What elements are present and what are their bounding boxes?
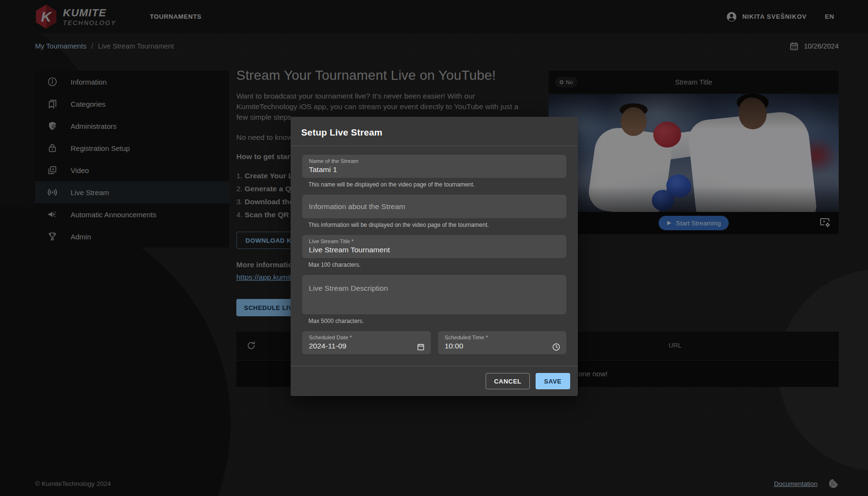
app-screen: K KUMITE TECHNOLOGY TOURNAMENTS NIKITA S… (0, 0, 868, 496)
stream-name-field[interactable]: Name of the Stream (302, 155, 566, 178)
scheduled-date-field[interactable]: Scheduled Date * (302, 331, 431, 354)
stream-name-input[interactable] (309, 164, 560, 175)
live-stream-title-field[interactable]: Live Stream Title * (302, 235, 566, 258)
stream-info-helper: This information will be displayed on th… (308, 222, 566, 228)
calendar-picker-icon[interactable] (416, 343, 425, 351)
scheduled-time-input[interactable] (445, 340, 560, 351)
cancel-button[interactable]: CANCEL (486, 373, 529, 389)
live-stream-description-field[interactable] (302, 275, 566, 314)
live-stream-description-helper: Max 5000 characters. (308, 318, 566, 324)
live-stream-description-input[interactable] (309, 283, 560, 305)
dialog-title: Setup Live Stream (301, 127, 564, 138)
stream-info-input[interactable] (309, 201, 560, 212)
scheduled-time-field[interactable]: Scheduled Time * (438, 331, 567, 354)
stream-name-helper: This name will be displayed on the video… (308, 181, 566, 188)
scheduled-date-label: Scheduled Date * (309, 335, 424, 340)
live-stream-title-input[interactable] (309, 244, 560, 255)
scheduled-date-input[interactable] (309, 340, 424, 351)
live-stream-title-label: Live Stream Title * (309, 238, 560, 244)
live-stream-title-helper: Max 100 characters. (308, 261, 566, 268)
stream-info-field[interactable] (302, 195, 566, 218)
scheduled-time-label: Scheduled Time * (445, 335, 560, 340)
setup-live-stream-dialog: Setup Live Stream Name of the Stream Thi… (291, 117, 578, 396)
save-button[interactable]: SAVE (536, 373, 570, 389)
stream-name-label: Name of the Stream (309, 158, 560, 164)
clock-picker-icon[interactable] (552, 343, 561, 351)
